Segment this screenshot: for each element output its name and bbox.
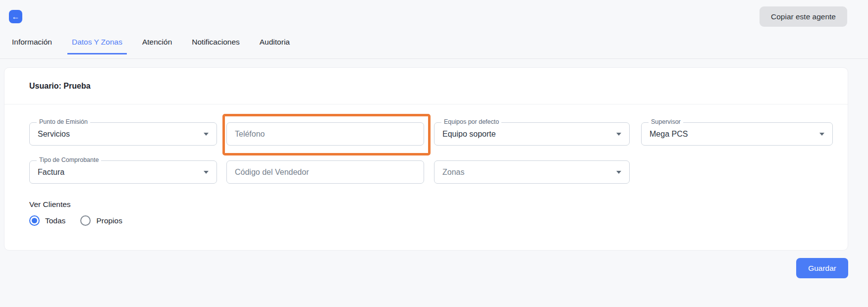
punto-de-emision-value: Servicios: [38, 130, 199, 139]
form-row-1: Punto de Emisión Servicios Equipos por d…: [29, 122, 848, 146]
form-row-2: Tipo de Comprobante Factura Zonas: [29, 160, 848, 184]
chevron-down-icon: [204, 133, 209, 136]
tipo-de-comprobante-label: Tipo de Comprobante: [37, 156, 101, 163]
card-header: Usuario: Prueba: [4, 68, 848, 104]
tab-bar-divider: [0, 58, 868, 59]
page-title: Usuario: Prueba: [29, 82, 91, 91]
equipos-por-defecto-select[interactable]: Equipos por defecto Equipo soporte: [434, 122, 630, 146]
save-button[interactable]: Guardar: [796, 258, 848, 278]
radio-unselected-icon: [80, 215, 91, 226]
arrow-left-icon: ←: [12, 13, 20, 21]
punto-de-emision-select[interactable]: Punto de Emisión Servicios: [29, 122, 217, 146]
radio-propios-label: Propios: [96, 216, 122, 225]
telefono-input[interactable]: [235, 130, 416, 139]
copy-agent-button[interactable]: Copiar este agente: [760, 6, 847, 27]
tab-bar: Información Datos Y Zonas Atención Notif…: [0, 35, 868, 54]
tipo-de-comprobante-select[interactable]: Tipo de Comprobante Factura: [29, 160, 217, 184]
footer: Guardar: [0, 258, 848, 278]
zonas-select[interactable]: Zonas: [434, 160, 630, 184]
zonas-placeholder: Zonas: [442, 168, 611, 177]
supervisor-label: Supervisor: [649, 118, 683, 125]
chevron-down-icon: [819, 133, 824, 136]
radio-todas-label: Todas: [45, 216, 65, 225]
chevron-down-icon: [204, 171, 209, 174]
radio-propios[interactable]: Propios: [80, 215, 122, 226]
back-button[interactable]: ←: [9, 10, 22, 23]
radio-todas[interactable]: Todas: [29, 215, 65, 226]
radio-selected-icon: [29, 215, 40, 226]
equipos-por-defecto-label: Equipos por defecto: [441, 118, 501, 125]
telefono-field[interactable]: [226, 122, 424, 146]
top-bar: ← Copiar este agente: [0, 0, 868, 35]
punto-de-emision-label: Punto de Emisión: [37, 118, 90, 125]
supervisor-value: Mega PCS: [650, 130, 814, 139]
chevron-down-icon: [616, 133, 621, 136]
tab-datos-y-zonas[interactable]: Datos Y Zonas: [67, 35, 127, 54]
ver-clientes-label: Ver Clientes: [29, 200, 848, 209]
codigo-del-vendedor-input[interactable]: [235, 168, 416, 177]
user-form-card: Usuario: Prueba Punto de Emisión Servici…: [4, 67, 848, 251]
supervisor-select[interactable]: Supervisor Mega PCS: [641, 122, 833, 146]
equipos-por-defecto-value: Equipo soporte: [442, 130, 611, 139]
tab-atencion[interactable]: Atención: [138, 35, 176, 54]
form: Punto de Emisión Servicios Equipos por d…: [4, 122, 848, 248]
tab-notificaciones[interactable]: Notificaciones: [187, 35, 244, 54]
tab-auditoria[interactable]: Auditoria: [255, 35, 294, 54]
tipo-de-comprobante-value: Factura: [38, 168, 199, 177]
tab-informacion[interactable]: Información: [7, 35, 56, 54]
chevron-down-icon: [616, 171, 621, 174]
codigo-del-vendedor-field[interactable]: [226, 160, 424, 184]
ver-clientes-radio-group: Todas Propios: [29, 215, 848, 226]
